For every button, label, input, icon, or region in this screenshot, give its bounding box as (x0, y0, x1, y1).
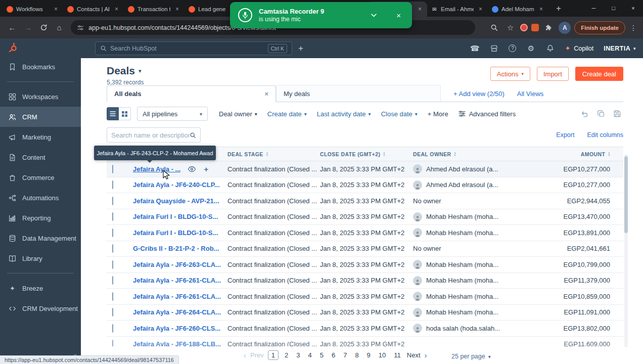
save-view-icon[interactable] (611, 108, 623, 120)
account-menu[interactable]: INERTIA ▾ (604, 45, 636, 52)
window-minimize-button[interactable]: ─ (584, 0, 604, 16)
row-checkbox[interactable] (112, 340, 113, 346)
table-row[interactable]: G-Cribs II - B-21-P-2 - Rob... + Contrac… (107, 241, 623, 257)
new-tab-button[interactable]: + (552, 2, 565, 15)
sort-icon[interactable]: ▴▾ (608, 152, 610, 156)
page-number[interactable]: 2 (283, 351, 290, 359)
sidebar-item-breeze[interactable]: ✦ Breeze (0, 278, 81, 298)
browser-tab[interactable]: Contacts | All × (64, 2, 124, 17)
extensions-puzzle-icon[interactable] (542, 21, 555, 34)
sidebar-item-automations[interactable]: Automations (0, 188, 81, 208)
browser-tab[interactable]: ✉ Email - Ahme × (428, 2, 488, 17)
back-button[interactable]: ← (5, 21, 19, 35)
extension-red-icon[interactable] (520, 24, 528, 31)
page-title[interactable]: Deals ▾ (107, 65, 144, 77)
edit-columns-link[interactable]: Edit columns (587, 131, 623, 139)
page-number[interactable]: 7 (341, 351, 349, 359)
site-info-icon[interactable] (77, 24, 84, 31)
deal-name-link[interactable]: Jefaira Quayside - AVP-21... (133, 197, 219, 205)
forward-button[interactable]: → (21, 21, 35, 35)
page-number[interactable]: 4 (306, 351, 313, 359)
row-checkbox[interactable] (112, 324, 113, 333)
page-number[interactable]: 3 (294, 351, 302, 359)
quick-add-icon[interactable]: + (204, 165, 208, 173)
deal-search-input[interactable] (111, 131, 190, 139)
page-number[interactable]: 1 (268, 350, 279, 360)
prev-button[interactable]: Prev (250, 351, 264, 359)
add-view-link[interactable]: + Add view (2/50) (453, 90, 504, 98)
table-header-deal-owner[interactable]: DEAL OWNER ▴▾ (413, 151, 503, 157)
table-row[interactable]: Jefaira Quayside - AVP-21... + Contract … (107, 193, 623, 209)
page-number[interactable]: 5 (318, 351, 326, 359)
prev-chevron-icon[interactable]: ‹ (244, 351, 246, 359)
table-row[interactable]: Jefaira Ayla - JF6-240-CLP... + Contract… (107, 177, 623, 194)
tab-close-icon[interactable]: × (537, 6, 545, 13)
sidebar-item-reporting[interactable]: Reporting (0, 208, 81, 228)
page-number[interactable]: 11 (392, 351, 403, 359)
tab-close-icon[interactable]: × (416, 6, 424, 13)
window-maximize-button[interactable]: □ (604, 0, 623, 16)
row-checkbox[interactable] (112, 292, 113, 301)
page-number[interactable]: 10 (377, 351, 388, 359)
table-row[interactable]: Jefaira Furl I - BLDG-10-S... + Contract… (107, 209, 623, 225)
browser-tab[interactable]: Adel Moham × (488, 2, 548, 17)
table-row[interactable]: Jefaira Ayla - JF6-188-CLB... + Contract… (107, 337, 623, 347)
table-row[interactable]: Jefaira Ayla - JF6-260-CLS... + Contract… (107, 321, 623, 337)
sidebar-item-commerce[interactable]: Commerce (0, 167, 81, 188)
row-checkbox[interactable] (112, 244, 113, 253)
table-header-deal-stage[interactable]: DEAL STAGE ▴▾ (227, 151, 320, 157)
search-tabs-icon[interactable] (488, 21, 500, 34)
more-filters-button[interactable]: + More (428, 110, 448, 118)
actions-button[interactable]: Actions ▾ (490, 67, 530, 81)
close-view-icon[interactable]: × (264, 90, 268, 98)
next-button[interactable]: Next (407, 351, 421, 359)
deal-name-link[interactable]: Jefaira Ayla - JF6-240-CLP... (133, 181, 220, 189)
tab-close-icon[interactable]: × (173, 6, 181, 13)
quick-filter[interactable]: Close date ▾ (381, 110, 418, 118)
deal-name-link[interactable]: Jefaira Ayla - JF6-188-CLB... (133, 340, 221, 346)
notifications-bell-icon[interactable] (545, 44, 555, 52)
sidebar-item-crm[interactable]: CRM (0, 107, 81, 127)
browser-tab[interactable]: Workflows × (3, 2, 63, 17)
copilot-button[interactable]: ✦ Copilot (565, 44, 593, 52)
all-views-link[interactable]: All Views (517, 90, 544, 98)
row-checkbox[interactable] (112, 180, 113, 189)
table-header-amount[interactable]: AMOUNT ▴▾ (503, 151, 623, 157)
tab-close-icon[interactable]: × (113, 6, 120, 13)
row-checkbox[interactable] (112, 260, 113, 269)
deal-name-link[interactable]: Jefaira Furl I - BLDG-10-S... (133, 229, 218, 237)
tab-close-icon[interactable]: × (52, 6, 60, 13)
sidebar-item-library[interactable]: Library (0, 248, 81, 268)
pipeline-select[interactable]: All pipelines ▾ (137, 107, 208, 121)
page-number[interactable]: 9 (365, 351, 373, 359)
page-number[interactable]: 8 (353, 351, 360, 359)
reload-button[interactable] (36, 21, 51, 35)
deal-name-link[interactable]: Jefaira Ayla - JF6-261-CLA... (133, 293, 221, 300)
deal-name-link[interactable]: Jefaira Ayla - JF6-261-CLA... (133, 277, 221, 284)
global-search[interactable]: Ctrl K (95, 41, 292, 55)
view-tab-my-deals[interactable]: My deals (276, 85, 441, 102)
advanced-filters-button[interactable]: Advanced filters (458, 110, 516, 118)
notification-close-icon[interactable]: × (396, 11, 401, 20)
deal-name-link[interactable]: Jefaira Furl I - BLDG-10-S... (133, 213, 218, 220)
extension-orange-icon[interactable] (531, 24, 539, 31)
row-checkbox[interactable] (112, 308, 113, 316)
quick-filter[interactable]: Deal owner ▾ (219, 110, 257, 118)
browser-menu-icon[interactable]: ⋮ (629, 24, 638, 32)
deal-name-link[interactable]: Jefaira Ayla - ... (133, 165, 180, 173)
browser-tab[interactable]: Transaction ti × (124, 2, 185, 17)
sidebar-item-data-management[interactable]: Data Management (0, 228, 81, 248)
sort-icon[interactable]: ▴▾ (383, 152, 385, 156)
table-row[interactable]: Jefaira Ayla - JF6-263-CLA... + Contract… (107, 257, 623, 273)
quick-create-button[interactable]: + (298, 43, 303, 54)
help-icon[interactable]: ? (509, 44, 516, 52)
list-view-toggle[interactable] (107, 107, 119, 120)
create-deal-button[interactable]: Create deal (575, 67, 623, 81)
undo-icon[interactable] (578, 108, 591, 120)
sort-icon[interactable]: ▴▾ (454, 152, 456, 156)
export-link[interactable]: Export (556, 131, 574, 139)
table-row[interactable]: Jefaira Furl I - BLDG-10-S... + Contract… (107, 225, 623, 241)
home-button[interactable]: ⌂ (52, 21, 66, 35)
table-row[interactable]: Jefaira Ayla - ... + Contract finalizati… (107, 161, 623, 177)
table-row[interactable]: Jefaira Ayla - JF6-261-CLA... + Contract… (107, 273, 623, 289)
